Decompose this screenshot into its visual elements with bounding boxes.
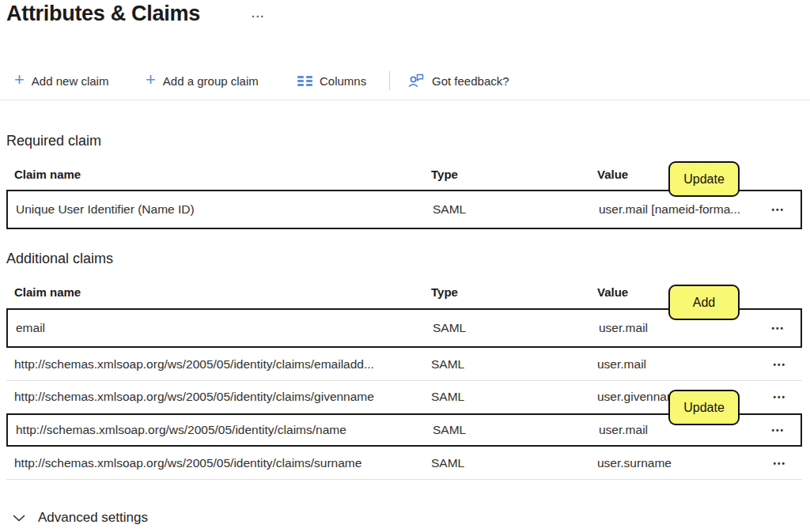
got-feedback-label: Got feedback?: [432, 74, 509, 88]
feedback-icon: [407, 72, 425, 89]
plus-icon: +: [14, 72, 25, 88]
got-feedback-button[interactable]: Got feedback?: [404, 68, 513, 93]
claim-type-cell: SAML: [433, 321, 466, 335]
claim-type-cell: SAML: [431, 456, 464, 470]
title-more-menu-icon[interactable]: ···: [250, 9, 267, 25]
add-group-claim-label: Add a group claim: [163, 74, 259, 88]
additional-claim-row-surname[interactable]: http://schemas.xmlsoap.org/ws/2005/05/id…: [6, 447, 802, 480]
claim-value-cell: user.mail: [597, 357, 646, 372]
row-more-menu-icon[interactable]: •••: [768, 323, 788, 334]
advanced-settings-toggle[interactable]: Advanced settings: [13, 506, 148, 530]
add-group-claim-button[interactable]: + Add a group claim: [142, 68, 262, 93]
column-header-value: Value: [597, 285, 628, 299]
claim-value-cell: user.mail: [599, 321, 648, 335]
claim-value-cell: user.mail: [599, 423, 648, 437]
row-more-menu-icon[interactable]: •••: [768, 204, 788, 216]
claim-name-cell: http://schemas.xmlsoap.org/ws/2005/05/id…: [14, 390, 374, 404]
claim-name-cell: http://schemas.xmlsoap.org/ws/2005/05/id…: [14, 456, 361, 470]
chevron-down-icon: [13, 515, 25, 522]
claim-name-cell: http://schemas.xmlsoap.org/ws/2005/05/id…: [14, 357, 374, 372]
claim-value-cell: user.surname: [597, 456, 672, 470]
columns-button[interactable]: Columns: [294, 68, 369, 93]
required-claim-heading: Required claim: [6, 133, 101, 149]
claim-type-cell: SAML: [433, 423, 466, 437]
column-header-type: Type: [431, 168, 458, 181]
row-more-menu-icon[interactable]: •••: [768, 424, 788, 436]
additional-claim-row-emailaddress[interactable]: http://schemas.xmlsoap.org/ws/2005/05/id…: [6, 349, 802, 381]
column-header-type: Type: [431, 285, 458, 299]
annotation-callout-add: Add: [668, 285, 740, 320]
columns-icon: [297, 76, 312, 86]
row-more-menu-icon[interactable]: •••: [770, 391, 789, 403]
claim-value-cell: user.mail [nameid-forma...: [599, 202, 740, 217]
claim-name-cell: Unique User Identifier (Name ID): [16, 202, 195, 217]
plus-icon: +: [146, 72, 156, 88]
add-new-claim-button[interactable]: + Add new claim: [11, 68, 112, 93]
additional-claims-heading: Additional claims: [6, 251, 113, 267]
claim-type-cell: SAML: [431, 390, 464, 404]
claim-name-cell: email: [16, 321, 45, 335]
column-header-claim-name: Claim name: [14, 285, 81, 299]
claim-name-cell: http://schemas.xmlsoap.org/ws/2005/05/id…: [16, 423, 346, 437]
toolbar-divider: [389, 71, 390, 90]
row-more-menu-icon[interactable]: •••: [770, 458, 789, 470]
claim-type-cell: SAML: [433, 202, 466, 217]
column-header-value: Value: [597, 168, 628, 181]
annotation-callout-update-1: Update: [668, 161, 740, 197]
advanced-settings-label: Advanced settings: [38, 510, 148, 526]
columns-label: Columns: [320, 74, 366, 88]
toolbar-divider-line: [0, 100, 810, 100]
claim-type-cell: SAML: [431, 357, 464, 372]
attributes-claims-page: Attributes & Claims ··· + Add new claim …: [0, 0, 810, 532]
column-header-claim-name: Claim name: [14, 168, 81, 181]
row-more-menu-icon[interactable]: •••: [770, 359, 789, 371]
add-new-claim-label: Add new claim: [32, 74, 109, 88]
annotation-callout-update-2: Update: [668, 390, 740, 425]
page-title: Attributes & Claims: [6, 2, 200, 26]
